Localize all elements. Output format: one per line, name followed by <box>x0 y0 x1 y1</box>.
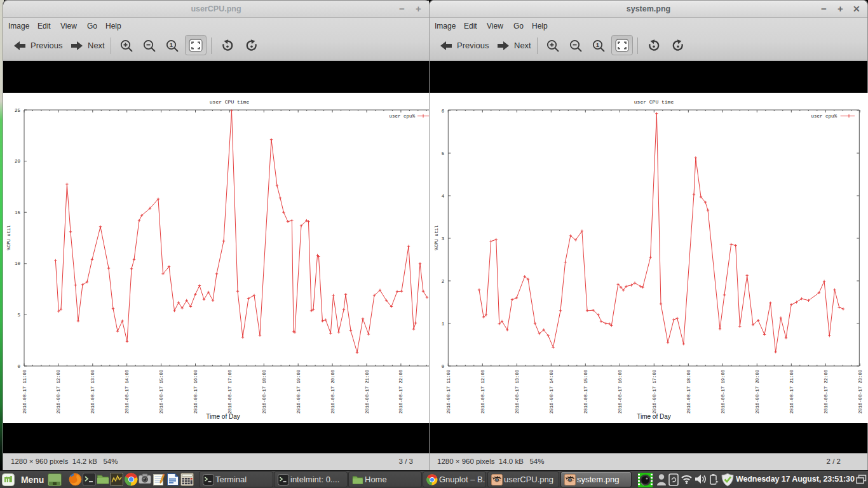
svg-text:2016-08-17 19:00: 2016-08-17 19:00 <box>296 370 301 414</box>
svg-text:%CPU util: %CPU util <box>434 226 439 250</box>
svg-text:0: 0 <box>17 364 20 369</box>
svg-text:2016-08-17 17:00: 2016-08-17 17:00 <box>227 370 233 414</box>
svg-text:2016-08-17 14:00: 2016-08-17 14:00 <box>125 370 130 414</box>
svg-text:2016-08-17 16:00: 2016-08-17 16:00 <box>193 370 198 414</box>
svg-text:%CPU util: %CPU util <box>6 226 11 250</box>
svg-text:5: 5 <box>442 151 445 156</box>
svg-text:user CPU time: user CPU time <box>210 99 250 105</box>
svg-text:5: 5 <box>17 313 20 318</box>
svg-text:4: 4 <box>442 194 445 199</box>
svg-text:2016-08-17 12:00: 2016-08-17 12:00 <box>56 370 61 414</box>
svg-text:user cpu%: user cpu% <box>389 114 415 119</box>
svg-text:2016-08-17 13:00: 2016-08-17 13:00 <box>90 370 95 414</box>
svg-text:2016-08-17 21:00: 2016-08-17 21:00 <box>789 370 794 414</box>
svg-text:2016-08-17 15:00: 2016-08-17 15:00 <box>159 370 164 414</box>
svg-text:10: 10 <box>15 261 21 266</box>
svg-text:20: 20 <box>15 159 21 164</box>
svg-text:2016-08-17 11:00: 2016-08-17 11:00 <box>446 370 451 414</box>
svg-text:1: 1 <box>442 322 445 327</box>
svg-text:2016-08-17 12:00: 2016-08-17 12:00 <box>480 370 485 414</box>
svg-text:2016-08-17 18:00: 2016-08-17 18:00 <box>686 370 691 414</box>
svg-text:3: 3 <box>442 236 445 241</box>
svg-text:user cpu%: user cpu% <box>811 114 837 119</box>
svg-text:2016-08-17 21:00: 2016-08-17 21:00 <box>365 370 370 414</box>
svg-text:2016-08-17 14:00: 2016-08-17 14:00 <box>549 370 554 414</box>
svg-text:1: 1 <box>596 41 600 48</box>
svg-text:2: 2 <box>442 279 445 284</box>
svg-text:2016-08-17 11:00: 2016-08-17 11:00 <box>22 370 27 414</box>
svg-text:25: 25 <box>15 108 21 113</box>
svg-text:2016-08-17 16:00: 2016-08-17 16:00 <box>618 370 623 414</box>
svg-text:6: 6 <box>442 109 445 114</box>
svg-text:2016-08-17 20:00: 2016-08-17 20:00 <box>330 370 336 414</box>
svg-text:2016-08-17 20:00: 2016-08-17 20:00 <box>755 370 760 414</box>
svg-text:2016-08-17 22:00: 2016-08-17 22:00 <box>398 370 403 414</box>
svg-text:2016-08-17 17:00: 2016-08-17 17:00 <box>652 370 657 414</box>
svg-text:15: 15 <box>15 210 21 215</box>
svg-text:0: 0 <box>442 364 445 369</box>
svg-text:2016-08-17 15:00: 2016-08-17 15:00 <box>583 370 588 414</box>
svg-text:2016-08-17 23:00: 2016-08-17 23:00 <box>858 370 863 414</box>
svg-text:2016-08-17 22:00: 2016-08-17 22:00 <box>824 370 829 414</box>
svg-text:2016-08-17 19:00: 2016-08-17 19:00 <box>721 370 726 414</box>
svg-text:2016-08-17 18:00: 2016-08-17 18:00 <box>262 370 267 414</box>
svg-text:user CPU time: user CPU time <box>634 99 674 105</box>
svg-text:Time of Day: Time of Day <box>206 413 240 420</box>
svg-text:1: 1 <box>170 41 173 48</box>
svg-text:Time of Day: Time of Day <box>637 413 671 420</box>
svg-text:2016-08-17 13:00: 2016-08-17 13:00 <box>515 370 520 414</box>
